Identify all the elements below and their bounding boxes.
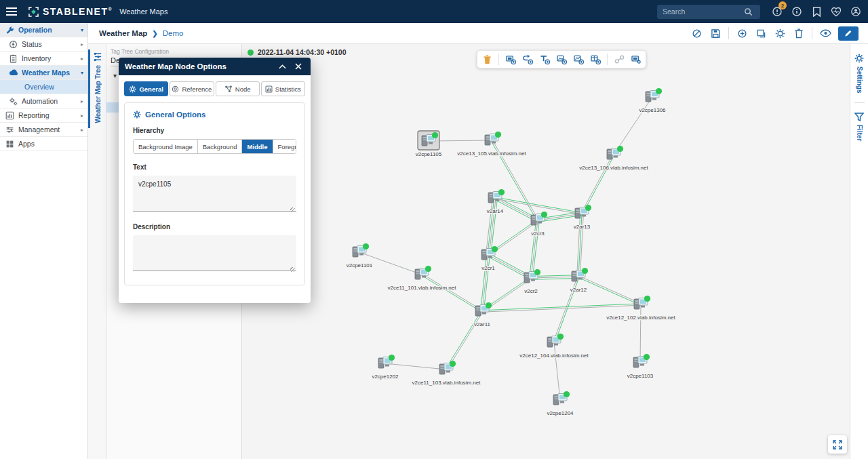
hierarchy-option-background[interactable]: Background [198, 140, 243, 153]
add-link-node-icon[interactable] [522, 54, 533, 65]
sidebar-item-status[interactable]: Status▸ [0, 37, 87, 52]
tab-settings[interactable]: Settings [854, 51, 864, 96]
save-icon[interactable] [709, 27, 722, 39]
search-input[interactable] [657, 7, 744, 16]
discard-changes-icon[interactable] [690, 27, 703, 39]
collapse-icon[interactable] [276, 60, 288, 73]
breadcrumb-root[interactable]: Weather Map [99, 29, 147, 37]
add-text-node-icon[interactable] [539, 54, 550, 65]
map-node-v2cpe1202[interactable]: v2cpe1202 [372, 355, 399, 380]
fullscreen-button[interactable] [828, 435, 847, 454]
add-icon[interactable] [736, 27, 748, 39]
map-link[interactable] [578, 214, 582, 277]
hierarchy-option-foreground[interactable]: Foreground [273, 140, 296, 153]
sidebar-item-weather-maps[interactable]: Weather Maps▾ [0, 66, 87, 80]
tab-filter[interactable]: Filter [854, 110, 864, 144]
map-node-v2ce13_106.vlab.infosim.net[interactable]: v2ce13_106.vlab.infosim.net [579, 146, 648, 171]
connect-icon[interactable] [614, 54, 625, 65]
add-image-node-icon[interactable] [556, 54, 567, 65]
map-link[interactable] [531, 277, 578, 278]
resize-grip-icon[interactable] [290, 267, 295, 272]
add-table-node-icon[interactable] [590, 54, 601, 65]
map-node-v2ar11[interactable]: v2ar11 [474, 302, 492, 327]
view-mode-icon[interactable] [819, 27, 831, 39]
map-node-v2ce11_101.vlab.infosim.net[interactable]: v2ce11_101.vlab.infosim.net [388, 266, 457, 291]
reporting-icon [5, 111, 14, 120]
hierarchy-option-middle[interactable]: Middle [242, 140, 273, 153]
map-link[interactable] [385, 363, 446, 370]
map-link[interactable] [482, 305, 641, 312]
text-input[interactable]: v2cpe1105 [133, 176, 296, 212]
close-icon[interactable] [292, 60, 304, 73]
device-settings-icon[interactable] [631, 54, 642, 65]
map-link[interactable] [446, 311, 481, 369]
map-node-label: v2cpe1103 [627, 373, 654, 379]
duplicate-icon[interactable] [755, 27, 767, 39]
health-icon[interactable] [829, 4, 844, 19]
resize-grip-icon[interactable] [290, 207, 295, 212]
map-link[interactable] [578, 277, 641, 305]
map-node-v2cr2[interactable]: v2cr2 [524, 269, 540, 294]
search-box[interactable] [657, 5, 760, 19]
weather-map-canvas[interactable]: 2022-11-04 14:04:30 +0100 v2cpe1105v2ce1… [242, 44, 850, 459]
map-link[interactable] [421, 275, 481, 312]
map-link[interactable] [531, 278, 578, 279]
map-link[interactable] [581, 154, 613, 213]
sidebar-item-overview[interactable]: Overview [0, 80, 87, 94]
map-node-v2cpe1105[interactable]: v2cpe1105 [416, 131, 442, 157]
search-icon[interactable] [744, 7, 753, 16]
sidebar-item-reporting[interactable]: Reporting▸ [0, 108, 87, 123]
map-link[interactable] [482, 304, 641, 311]
app-title: Weather Maps [119, 7, 167, 16]
map-node-v2ce11_103.vlab.infosim.net[interactable]: v2ce11_103.vlab.infosim.net [412, 361, 481, 386]
tab-general[interactable]: General [124, 81, 168, 96]
map-link[interactable] [577, 214, 580, 277]
sidebar-item-operation[interactable]: Operation▾ [0, 23, 87, 37]
tree-caret-icon[interactable]: ▾ [113, 72, 117, 79]
add-chart-node-icon[interactable] [573, 54, 584, 65]
tab-node[interactable]: Node [216, 81, 260, 96]
alarms-icon[interactable]: 2 [770, 4, 785, 19]
edit-mode-button[interactable] [838, 26, 859, 41]
settings-icon[interactable] [774, 27, 786, 39]
network-map[interactable]: v2cpe1105v2ce13_105.vlab.infosim.netv2cp… [242, 44, 850, 459]
sidebar-item-management[interactable]: Management▸ [0, 123, 87, 137]
map-node-v2cpe1204[interactable]: v2cpe1204 [547, 391, 574, 416]
map-link[interactable] [422, 274, 483, 311]
map-node-label: v2ce12_102.vlab.infosim.net [606, 315, 675, 321]
map-node-v2ar13[interactable]: v2ar13 [574, 205, 591, 230]
map-link[interactable] [554, 342, 560, 400]
menu-icon[interactable] [0, 7, 23, 16]
add-device-node-icon[interactable] [505, 54, 516, 65]
description-input[interactable] [133, 235, 296, 271]
trash-icon[interactable] [481, 54, 492, 65]
sidebar-item-automation[interactable]: Automation▸ [0, 94, 87, 108]
tab-weather-map-tree[interactable]: Weather Map Tree [88, 49, 106, 128]
map-link[interactable] [640, 304, 641, 363]
breadcrumb-current[interactable]: Demo [163, 29, 184, 37]
sidebar-item-inventory[interactable]: Inventory▸ [0, 52, 87, 66]
delete-icon[interactable] [793, 27, 805, 39]
map-link[interactable] [488, 198, 494, 255]
tab-reference[interactable]: Reference [170, 81, 214, 96]
map-node-v2cpe1103[interactable]: v2cpe1103 [627, 354, 654, 379]
hierarchy-option-background-image[interactable]: Background Image [134, 140, 198, 153]
sidebar-item-label: Status [22, 40, 77, 48]
map-link[interactable] [578, 276, 641, 304]
info-icon[interactable] [789, 4, 804, 19]
left-tab-strip: Weather Map Tree [88, 44, 106, 459]
map-node-v2cpe1306[interactable]: v2cpe1306 [639, 88, 666, 113]
map-node-v2ce13_105.vlab.infosim.net[interactable]: v2ce13_105.vlab.infosim.net [457, 132, 526, 157]
brand-name: STABLENET® [43, 6, 113, 17]
statistics-icon [265, 85, 273, 93]
dialog-header[interactable]: Weather Map Node Options [119, 58, 311, 75]
map-link[interactable] [530, 220, 536, 278]
sidebar-item-apps[interactable]: Apps [0, 137, 87, 151]
text-label: Text [133, 163, 296, 171]
account-icon[interactable] [848, 4, 863, 19]
map-link[interactable] [481, 255, 487, 311]
tab-statistics[interactable]: Statistics [261, 81, 305, 96]
gear-icon [854, 54, 864, 63]
map-node-label: v2ar13 [574, 224, 591, 230]
bookmark-icon[interactable] [809, 4, 824, 19]
